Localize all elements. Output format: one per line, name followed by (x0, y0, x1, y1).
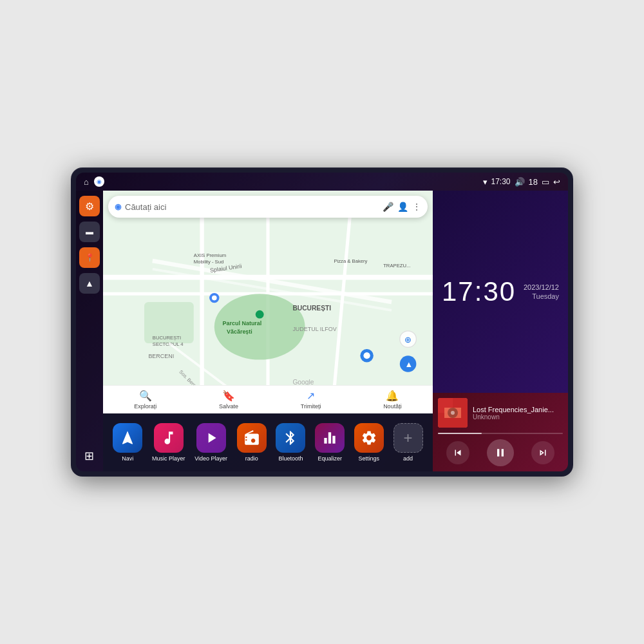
svg-text:SECTORUL 4: SECTORUL 4 (153, 341, 184, 347)
app-equalizer[interactable]: Equalizer (315, 423, 345, 462)
settings-icon: ⚙ (85, 200, 94, 213)
svg-point-21 (212, 296, 217, 301)
svg-text:BERCENI: BERCENI (148, 353, 174, 359)
location-icon: 📍 (85, 253, 95, 262)
music-top: Lost Frequencies_Janie... Unknown (438, 398, 563, 428)
svg-text:AXIS Premium: AXIS Premium (194, 252, 226, 258)
account-icon[interactable]: 👤 (397, 202, 408, 212)
sidebar-maps-btn[interactable]: 📍 (79, 247, 100, 268)
main-area: ⚙ ▬ 📍 ▲ ⊞ (76, 191, 568, 471)
settings-label: Settings (359, 455, 380, 462)
saved-label: Salvate (219, 403, 238, 410)
music-next-btn[interactable] (531, 441, 554, 464)
grid-icon: ⊞ (84, 449, 95, 463)
equalizer-label: Equalizer (317, 455, 342, 462)
music-progress-bar[interactable] (438, 433, 563, 434)
map-search-text: Căutați aici (125, 202, 379, 212)
center-content: Splaiul Unirii Parcul Natural Văcărești … (103, 191, 433, 471)
app-settings[interactable]: Settings (354, 423, 384, 462)
map-explore-btn[interactable]: 🔍 Explorați (134, 390, 156, 410)
google-maps-icon: ◉ (115, 202, 121, 211)
navi-icon (113, 423, 142, 453)
music-widget: Lost Frequencies_Janie... Unknown (433, 393, 568, 471)
bluetooth-label: Bluetooth (278, 455, 303, 462)
equalizer-icon (315, 423, 345, 453)
status-left-icons: ⌂ ◉ (84, 176, 104, 187)
map-share-btn[interactable]: ↗ Trimiteți (301, 390, 321, 410)
back-icon[interactable]: ↩ (553, 177, 560, 187)
bluetooth-icon (276, 423, 305, 453)
microphone-icon[interactable]: 🎤 (383, 202, 393, 212)
map-saved-btn[interactable]: 🔖 Salvate (219, 390, 238, 410)
app-add[interactable]: + add (393, 423, 423, 462)
maps-nav-icon[interactable]: ◉ (94, 176, 104, 187)
svg-point-38 (451, 411, 455, 415)
map-bottom-bar: 🔍 Explorați 🔖 Salvate ↗ Trimiteți 🔔 (103, 385, 433, 413)
clock-date: 2023/12/12 (524, 283, 559, 291)
map-news-btn[interactable]: 🔔 Noutăți (383, 390, 402, 410)
explore-icon: 🔍 (139, 390, 152, 402)
files-icon: ▬ (86, 227, 93, 236)
app-radio[interactable]: radio (237, 423, 267, 462)
map-svg: Splaiul Unirii Parcul Natural Văcărești … (103, 191, 433, 413)
music-pause-btn[interactable] (487, 439, 514, 466)
share-icon: ↗ (307, 390, 315, 402)
more-icon[interactable]: ⋮ (412, 202, 421, 212)
album-art (438, 398, 468, 428)
add-app-icon: + (393, 423, 423, 453)
video-player-icon (196, 423, 226, 453)
map-action-icons: 🎤 👤 ⋮ (383, 202, 421, 212)
clock-day: Tuesday (532, 292, 559, 300)
sidebar-settings-btn[interactable]: ⚙ (79, 196, 100, 216)
left-sidebar: ⚙ ▬ 📍 ▲ ⊞ (76, 191, 103, 471)
app-navi[interactable]: Navi (113, 423, 142, 462)
right-panel: 17:30 2023/12/12 Tuesday (433, 191, 568, 471)
settings-app-icon (354, 423, 384, 453)
svg-point-23 (363, 352, 370, 359)
music-info: Lost Frequencies_Janie... Unknown (473, 406, 563, 421)
svg-point-8 (214, 294, 305, 359)
news-icon: 🔔 (386, 390, 399, 402)
svg-text:Parcul Natural: Parcul Natural (223, 320, 262, 327)
navi-label: Navi (122, 455, 133, 462)
music-title: Lost Frequencies_Janie... (473, 406, 563, 413)
app-bluetooth[interactable]: Bluetooth (276, 423, 305, 462)
home-icon[interactable]: ⌂ (84, 177, 89, 187)
volume-icon: 🔊 (515, 177, 525, 187)
svg-text:JUDETUL ILFOV: JUDETUL ILFOV (292, 326, 336, 332)
sidebar-nav-btn[interactable]: ▲ (79, 273, 100, 294)
app-bar: Navi Music Player Video Player (103, 413, 433, 471)
music-player-icon (154, 423, 184, 453)
map-container[interactable]: Splaiul Unirii Parcul Natural Văcărești … (103, 191, 433, 413)
explore-label: Explorați (134, 403, 156, 410)
sidebar-files-btn[interactable]: ▬ (79, 222, 100, 242)
add-label: add (403, 455, 413, 462)
svg-text:Văcărești: Văcărești (227, 328, 252, 335)
svg-text:⊕: ⊕ (404, 335, 412, 345)
svg-text:▲: ▲ (404, 359, 413, 369)
sidebar-apps-btn[interactable]: ⊞ (79, 446, 100, 466)
clock-display: 17:30 (442, 276, 516, 307)
music-progress-fill (438, 433, 482, 434)
clock-widget: 17:30 2023/12/12 Tuesday (433, 191, 568, 393)
app-music-player[interactable]: Music Player (152, 423, 185, 462)
svg-text:BUCUREȘTI: BUCUREȘTI (153, 335, 181, 341)
music-controls (438, 439, 563, 466)
app-video-player[interactable]: Video Player (194, 423, 227, 462)
battery-icon: ▭ (542, 177, 549, 187)
status-time: 17:30 (491, 177, 511, 186)
music-artist: Unknown (473, 413, 563, 421)
svg-text:Pizza & Bakery: Pizza & Bakery (334, 258, 367, 264)
battery-level: 18 (529, 177, 538, 187)
svg-point-24 (256, 310, 264, 319)
video-player-label: Video Player (194, 455, 227, 462)
car-head-unit: ⌂ ◉ ▾ 17:30 🔊 18 ▭ ↩ ⚙ ▬ (71, 167, 573, 477)
radio-icon (237, 423, 267, 453)
music-player-label: Music Player (152, 455, 185, 462)
svg-text:Mobility - Sud: Mobility - Sud (194, 259, 223, 265)
clock-date-info: 2023/12/12 Tuesday (524, 283, 559, 300)
saved-icon: 🔖 (222, 390, 235, 402)
map-search-bar[interactable]: ◉ Căutați aici 🎤 👤 ⋮ (108, 196, 428, 218)
svg-text:BUCUREȘTI: BUCUREȘTI (292, 305, 331, 312)
music-prev-btn[interactable] (446, 441, 469, 464)
